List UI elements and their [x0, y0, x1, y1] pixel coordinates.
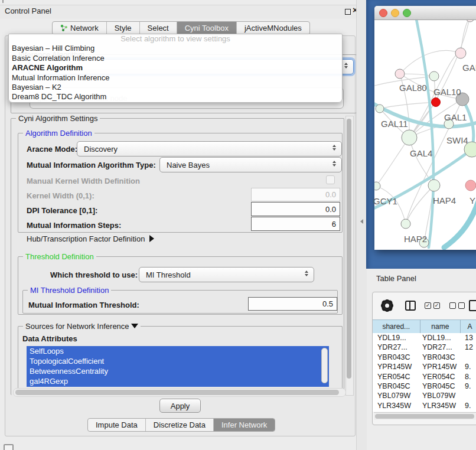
data-attributes-list[interactable]: SelfLoops TopologicalCoefficient Between… — [27, 346, 329, 387]
table-row[interactable]: YBL079WYBL079W — [373, 391, 476, 400]
manual-kernel-checkbox[interactable] — [326, 175, 335, 184]
panel-splitter[interactable] — [356, 0, 367, 450]
tab-jactivemnodules[interactable]: jActiveMNodules — [236, 22, 309, 34]
mi-threshold-field[interactable]: 0.5 — [248, 297, 337, 311]
dropdown-option[interactable]: Bayesian – K2 — [9, 83, 342, 92]
tab-discretize-data[interactable]: Discretize Data — [145, 419, 213, 431]
list-item[interactable]: gal4RGexp — [27, 376, 329, 386]
tab-style[interactable]: Style — [106, 22, 139, 34]
sources-group-title[interactable]: Sources for Network Inference — [23, 322, 141, 331]
dropdown-option[interactable]: Dream8 DC_TDC Algorithm — [9, 92, 342, 102]
settings-vertical-scrollbar[interactable] — [345, 116, 354, 396]
mac-zoom-icon[interactable] — [403, 9, 411, 17]
dpi-tolerance-field[interactable]: 0.0 — [251, 202, 340, 216]
collapse-down-icon — [131, 324, 138, 328]
tab-network[interactable]: Network — [53, 22, 106, 34]
tab-impute-data[interactable]: Impute Data — [88, 419, 145, 431]
node-label: GAL4 — [410, 148, 432, 158]
mi-threshold-group-title: MI Threshold Definition — [28, 286, 111, 295]
list-vertical-scrollbar[interactable] — [321, 348, 328, 383]
table-row[interactable]: YIL052CYIL052C9. — [373, 410, 476, 412]
which-threshold-value: MI Threshold — [139, 270, 314, 279]
network-node-gal80[interactable] — [395, 69, 405, 79]
tab-infer-network[interactable]: Infer Network — [213, 419, 275, 431]
column-header[interactable]: shared... — [373, 320, 420, 333]
splitter-collapse-icon[interactable] — [360, 219, 363, 224]
mac-close-icon[interactable] — [379, 9, 387, 17]
network-node-red[interactable] — [432, 98, 441, 107]
table-row[interactable]: YER054CYER054C8. — [373, 372, 476, 381]
dropdown-option[interactable]: Bayesian – Hill Climbing — [9, 44, 342, 53]
algorithm-dropdown-popup: Select algorithm to view settings Bayesi… — [8, 34, 343, 103]
threshold-definition-title: Threshold Definition — [23, 252, 96, 261]
node-label: GAL1 — [444, 112, 467, 122]
dropdown-option[interactable]: Mutual Information Inference — [9, 73, 342, 83]
tab-label: Select — [148, 24, 169, 32]
dropdown-option[interactable]: Basic Correlation Inference — [9, 54, 342, 63]
node-label: GAL — [462, 63, 476, 73]
column-header[interactable]: name — [420, 320, 461, 333]
clipped-panel-icon[interactable] — [4, 444, 14, 450]
kernel-width-field[interactable]: 0.0 — [251, 188, 340, 201]
network-node-hap2[interactable] — [401, 219, 410, 229]
tab-label: Discretize Data — [154, 420, 206, 429]
network-node-gal10[interactable] — [429, 71, 439, 81]
table-panel-title: Table Panel — [376, 274, 416, 283]
dropdown-placeholder: Select algorithm to view settings — [9, 34, 342, 44]
network-node-gal11[interactable] — [376, 105, 384, 113]
tab-select[interactable]: Select — [139, 22, 177, 34]
scrollbar-thumb[interactable] — [347, 119, 351, 379]
table-row[interactable]: YPR145WYPR145W9. — [373, 362, 476, 371]
expand-right-icon — [149, 235, 154, 242]
table-body: YDL19...YDL19...13 YDR27...YDR27...12 YB… — [373, 333, 476, 412]
checkbox-unchecked-icon[interactable] — [458, 302, 465, 309]
checkbox-checked-icon[interactable]: ✓ — [433, 302, 440, 309]
columns-icon[interactable] — [405, 301, 416, 311]
hub-tf-definition-expander[interactable]: Hub/Transcription Factor Definition — [27, 234, 154, 243]
tab-cyni-toolbox[interactable]: Cyni Toolbox — [177, 22, 236, 34]
combo-stepper-icon — [344, 63, 348, 69]
table-row[interactable]: YBR043CYBR043C — [373, 353, 476, 362]
node-label: GAL11 — [381, 119, 408, 129]
tab-label: jActiveMNodules — [244, 24, 302, 32]
network-node-y[interactable] — [465, 180, 476, 191]
checkbox-unchecked-icon[interactable] — [449, 302, 456, 309]
settings-horizontal-scrollbar[interactable] — [13, 388, 346, 397]
table-row[interactable]: YBR045CYBR045C9. — [373, 381, 476, 391]
checkbox-checked-icon[interactable]: ✓ — [425, 302, 431, 309]
mac-minimize-icon[interactable] — [391, 9, 399, 17]
dpi-tolerance-label: DPI Tolerance [0,1]: — [27, 206, 97, 215]
aracne-mode-combobox[interactable]: Discovery — [77, 141, 342, 156]
combo-stepper-icon — [332, 145, 336, 151]
network-window-titlebar[interactable] — [374, 6, 476, 20]
gear-icon[interactable] — [383, 302, 391, 309]
float-panel-icon[interactable] — [345, 9, 351, 15]
which-threshold-combobox[interactable]: MI Threshold — [139, 267, 314, 282]
table-horizontal-scrollbar[interactable] — [374, 412, 476, 420]
network-node-gal4[interactable] — [402, 130, 417, 145]
cyni-algorithm-settings-title: Cyni Algorithm Settings — [16, 114, 100, 123]
table-row[interactable]: YDL19...YDL19...13 — [373, 333, 476, 343]
mi-steps-label: Mutual Information Steps: — [27, 221, 121, 230]
document-icon[interactable] — [469, 300, 476, 311]
mi-steps-field[interactable]: 6 — [251, 217, 340, 231]
control-panel-tabbar: Network Style Select Cyni Toolbox jActiv… — [52, 21, 310, 35]
network-node-gal[interactable] — [455, 48, 466, 58]
scrollbar-thumb[interactable] — [15, 390, 339, 395]
network-node-gcy1[interactable] — [374, 182, 380, 190]
control-panel-title: Control Panel — [5, 6, 51, 15]
combo-stepper-icon — [305, 270, 308, 276]
tab-label: Cyni Toolbox — [185, 24, 229, 32]
dropdown-option-highlighted[interactable]: ARACNE Algorithm — [9, 63, 342, 73]
apply-button[interactable]: Apply — [159, 399, 201, 413]
column-header[interactable]: A — [461, 320, 476, 333]
table-row[interactable]: YDR27...YDR27...12 — [373, 343, 476, 352]
list-item[interactable]: BetweennessCentrality — [27, 366, 329, 376]
mi-type-combobox[interactable]: Naive Bayes — [159, 157, 342, 172]
screen: Control Panel × Network Style Select Cyn… — [0, 0, 476, 450]
scrollbar-thumb[interactable] — [375, 414, 474, 419]
list-item[interactable]: SelfLoops — [27, 346, 329, 356]
network-node-hap4[interactable] — [428, 180, 440, 191]
table-row[interactable]: YLR345WYLR345W9. — [373, 401, 476, 410]
list-item[interactable]: TopologicalCoefficient — [27, 356, 329, 366]
